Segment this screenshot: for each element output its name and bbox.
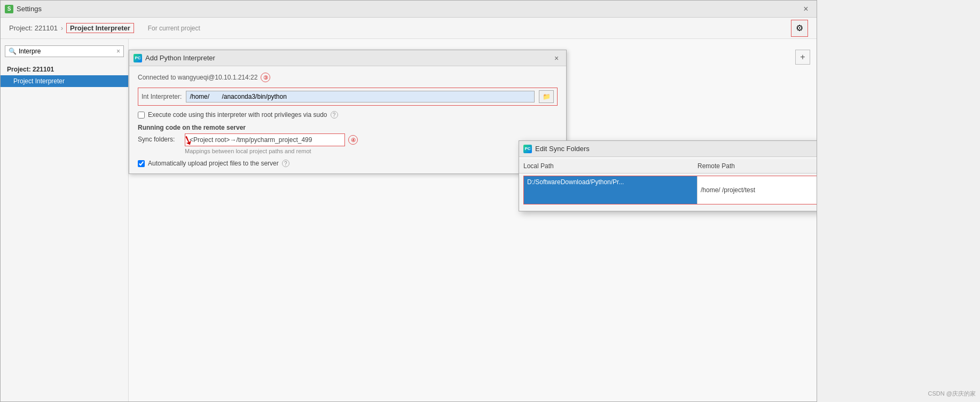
auto-upload-checkbox[interactable] <box>138 160 145 167</box>
edit-sync-title-bar: PC Edit Sync Folders × <box>519 141 817 157</box>
sudo-label: Execute code using this interpreter with… <box>148 111 327 119</box>
badge-3: ③ <box>261 73 270 82</box>
settings-body: 🔍 × Project: 221101 Project Interpreter … <box>1 39 817 401</box>
window-title: Settings <box>17 5 42 13</box>
dialog-title-left: PC Add Python Interpreter <box>134 54 215 62</box>
search-input[interactable] <box>19 48 114 55</box>
content-area: + PC Add Python Interpreter × Connected … <box>129 39 817 401</box>
sync-cell-remote-text: /home/ /project/test <box>701 186 817 194</box>
breadcrumb-project: Project: 221101 <box>9 24 58 32</box>
edit-sync-pycharm-icon: PC <box>523 145 532 153</box>
sudo-checkbox[interactable] <box>138 112 145 119</box>
sync-row-container: D:/SoftwareDownload/Python/Pr... /home/ … <box>523 176 817 204</box>
settings-close-button[interactable]: × <box>799 3 812 15</box>
pycharm-icon: PC <box>134 54 142 62</box>
title-bar: S Settings × <box>1 1 817 18</box>
col-remote-header: Remote Path <box>697 162 817 170</box>
sidebar: 🔍 × Project: 221101 Project Interpreter <box>1 39 129 401</box>
sync-label: Sync folders: <box>138 136 181 143</box>
sync-folder-container: <Project root>→/tmp/pycharm_project_499 … <box>185 133 358 154</box>
breadcrumb-bar: Project: 221101 › Project Interpreter Fo… <box>1 18 817 39</box>
breadcrumb-arrow: › <box>61 25 63 32</box>
sync-table-header: Local Path Remote Path <box>519 159 817 174</box>
add-interpreter-dialog: PC Add Python Interpreter × Connected to… <box>129 50 567 174</box>
add-interpreter-title-bar: PC Add Python Interpreter × <box>129 50 566 66</box>
interpreter-browse-button[interactable]: 📁 <box>539 90 554 103</box>
toolbar-buttons: + <box>795 50 810 65</box>
sync-dialog-content: Local Path Remote Path D:/SoftwareDownlo… <box>519 157 817 211</box>
csdn-watermark: CSDN @庆庆的家 <box>928 390 976 398</box>
dialog-content: Connected to wangyueqi@10.10.1.214:22 ③ … <box>129 66 566 174</box>
sync-hint: Mappings between local project paths and… <box>185 148 358 154</box>
edit-sync-title-left: PC Edit Sync Folders <box>523 145 590 153</box>
interpreter-input[interactable] <box>186 91 535 103</box>
search-icon: 🔍 <box>9 48 17 55</box>
help-icon[interactable]: ? <box>331 111 338 119</box>
edit-sync-dialog: PC Edit Sync Folders × Local Path Remote… <box>519 140 817 211</box>
sync-folders-row: Sync folders: <Project root>→/tmp/pychar… <box>138 133 558 154</box>
interpreter-row: Int Interpreter: 📁 <box>138 88 558 106</box>
add-interpreter-close-button[interactable]: × <box>551 53 562 64</box>
search-clear-button[interactable]: × <box>116 48 120 55</box>
search-box[interactable]: 🔍 × <box>5 45 124 57</box>
connected-label-text: Connected to wangyueqi@10.10.1.214:22 <box>138 74 257 81</box>
title-bar-left: S Settings <box>5 5 42 13</box>
auto-upload-label: Automatically upload project files to th… <box>148 160 279 167</box>
sidebar-item-label: Project Interpreter <box>13 77 65 85</box>
breadcrumb-sub: For current project <box>148 25 200 32</box>
add-interpreter-button[interactable]: + <box>795 50 810 65</box>
edit-sync-title: Edit Sync Folders <box>535 145 590 153</box>
auto-upload-help-icon[interactable]: ? <box>282 160 289 167</box>
connected-label-row: Connected to wangyueqi@10.10.1.214:22 ③ <box>138 73 558 82</box>
settings-window: S Settings × Project: 221101 › Project I… <box>0 0 817 402</box>
sync-folder-value[interactable]: <Project root>→/tmp/pycharm_project_499 <box>185 133 345 146</box>
gear-button[interactable]: ⚙ <box>791 20 808 37</box>
col-local-header: Local Path <box>523 162 697 170</box>
sidebar-item-project-interpreter[interactable]: Project Interpreter <box>1 75 128 87</box>
sync-folder-row: <Project root>→/tmp/pycharm_project_499 … <box>185 133 358 146</box>
sidebar-group: Project: 221101 Project Interpreter <box>1 61 128 89</box>
sync-table-row: D:/SoftwareDownload/Python/Pr... /home/ … <box>523 176 817 204</box>
sidebar-group-title: Project: 221101 <box>1 64 128 75</box>
sync-cell-remote: /home/ /project/test 📁 <box>697 176 817 204</box>
interpreter-label: Int Interpreter: <box>142 93 182 100</box>
auto-upload-row: Automatically upload project files to th… <box>138 160 558 167</box>
checkbox-row: Execute code using this interpreter with… <box>138 111 558 119</box>
settings-icon: S <box>5 5 13 13</box>
breadcrumb-active: Project Interpreter <box>66 23 134 33</box>
section-label: Running code on the remote server <box>138 124 558 131</box>
add-interpreter-title: Add Python Interpreter <box>145 54 215 62</box>
badge-4: ④ <box>348 135 358 145</box>
sync-cell-local: D:/SoftwareDownload/Python/Pr... <box>524 176 697 204</box>
